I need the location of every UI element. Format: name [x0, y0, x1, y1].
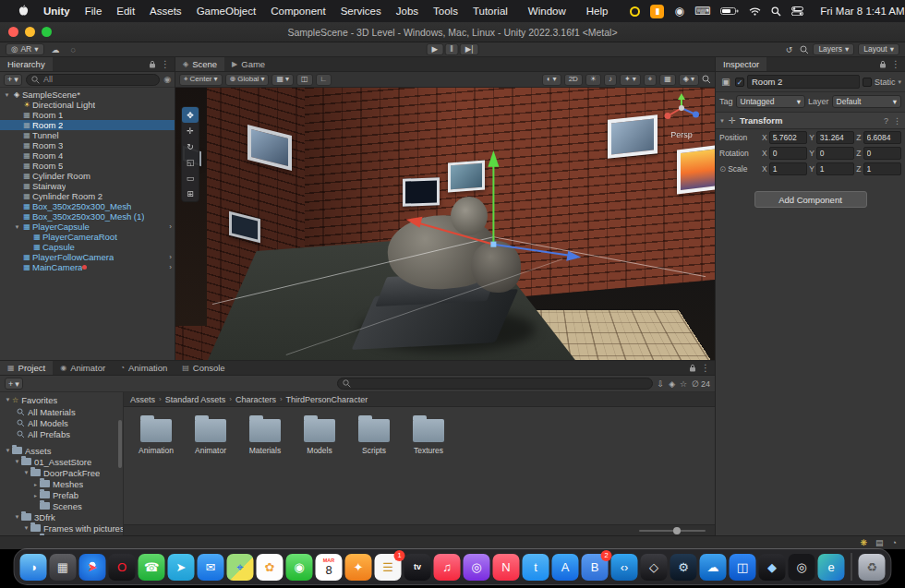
- static-dropdown-icon[interactable]: ▾: [898, 78, 901, 86]
- tree-folder-row[interactable]: ▸ Meshes: [0, 478, 123, 489]
- audio-toggle-icon[interactable]: ♪: [604, 74, 617, 86]
- menubar-item[interactable]: Assets: [142, 6, 189, 17]
- rotation-z-field[interactable]: [863, 147, 901, 160]
- hierarchy-row[interactable]: ▦ PlayerFollowCamera ›: [0, 252, 175, 262]
- gameobject-name-field[interactable]: Room 2: [747, 75, 860, 89]
- asset-folder[interactable]: Animator: [187, 414, 234, 455]
- dock-icon-safari[interactable]: ➤: [79, 554, 106, 581]
- 2d-toggle[interactable]: 2D: [564, 74, 583, 86]
- search-by-type-icon[interactable]: ◈: [669, 379, 675, 389]
- hierarchy-row[interactable]: ▦ PlayerCameraRoot: [0, 232, 175, 242]
- scene-visibility-icon[interactable]: ◉: [163, 75, 171, 84]
- add-component-button[interactable]: Add Component: [754, 191, 867, 208]
- mic-indicator-icon[interactable]: ▮: [650, 5, 664, 18]
- menubar-item[interactable]: Edit: [109, 6, 142, 17]
- control-center-icon[interactable]: [791, 6, 803, 16]
- prefab-open-chevron[interactable]: ›: [169, 253, 172, 261]
- gizmos-dropdown[interactable]: ◈▾: [679, 74, 699, 86]
- inspector-menu-icon[interactable]: ⋮: [891, 59, 900, 69]
- lock-icon[interactable]: [149, 60, 156, 68]
- tree-folder-row[interactable]: Materials: [0, 534, 123, 535]
- favorite-item[interactable]: All Models: [0, 417, 123, 428]
- dock-icon-podcasts[interactable]: ◎: [464, 554, 490, 581]
- scale-tool[interactable]: ◱: [182, 154, 199, 170]
- menubar-clock[interactable]: Fri Mar 8 1:41 AM: [814, 6, 904, 17]
- draw-mode-dropdown[interactable]: ◐▾: [542, 74, 561, 86]
- asset-folder[interactable]: Animation: [133, 414, 179, 455]
- static-checkbox[interactable]: [863, 78, 872, 87]
- console-status-icon[interactable]: ▤: [875, 538, 884, 547]
- ar-device-dropdown[interactable]: ◎ AR ▾: [6, 43, 44, 55]
- rotation-x-field[interactable]: [769, 147, 807, 160]
- dock-icon-facetime[interactable]: ◉: [286, 554, 313, 581]
- menubar-item[interactable]: Tools: [426, 6, 465, 17]
- dock-icon-twitter[interactable]: t: [523, 554, 549, 581]
- dock-icon-news[interactable]: N: [493, 554, 520, 581]
- breadcrumb-item[interactable]: Standard Assets: [165, 395, 226, 404]
- zoom-button[interactable]: [42, 27, 52, 37]
- hierarchy-row[interactable]: ▦ Box_350x250x300_Mesh: [0, 201, 175, 211]
- position-z-field[interactable]: [863, 131, 901, 144]
- component-menu-icon[interactable]: ⋮: [893, 116, 901, 126]
- grid-snap-dropdown[interactable]: ▦▾: [272, 74, 294, 86]
- active-checkbox[interactable]: ✓: [735, 78, 744, 87]
- tab-animator[interactable]: ◉Animator: [53, 361, 113, 375]
- hierarchy-row[interactable]: ▼ ◈ SampleScene*: [0, 90, 175, 100]
- scale-y-field[interactable]: [816, 162, 854, 175]
- layout-dropdown[interactable]: Layout▾: [858, 43, 899, 55]
- scale-link-icon[interactable]: ⊙: [719, 164, 726, 174]
- pivot-dropdown[interactable]: ⌖Center▾: [179, 74, 223, 86]
- orientation-dropdown[interactable]: ⊕Global▾: [225, 74, 270, 86]
- hierarchy-row[interactable]: ▦ Room 4: [0, 150, 175, 161]
- menubar-item[interactable]: GameObject: [189, 6, 264, 17]
- minimize-button[interactable]: [25, 27, 35, 37]
- favorites-header[interactable]: ▼ ☆ Favorites: [0, 394, 123, 405]
- status-ring-icon[interactable]: [630, 6, 640, 17]
- play-button[interactable]: ▶: [427, 43, 444, 55]
- tree-arrow-icon[interactable]: ▸: [31, 492, 40, 498]
- battery-icon[interactable]: [720, 6, 739, 16]
- hierarchy-row[interactable]: ▦ Room 5: [0, 161, 175, 171]
- hierarchy-add-button[interactable]: +▾: [4, 74, 22, 86]
- layers-dropdown[interactable]: Layers▾: [813, 43, 854, 55]
- hierarchy-row[interactable]: ▦ Room 2: [0, 120, 175, 130]
- hierarchy-row[interactable]: ☀ Directional Light: [0, 100, 175, 110]
- orientation-gizmo[interactable]: Persp: [656, 91, 707, 139]
- asset-folder[interactable]: Models: [296, 414, 343, 455]
- menubar-app-name[interactable]: Unity: [36, 6, 78, 17]
- tree-folder-row[interactable]: ▼ 3Dfrk: [0, 511, 123, 522]
- hierarchy-row[interactable]: ▦ Capsule: [0, 242, 175, 252]
- menubar-item[interactable]: Component: [263, 6, 332, 17]
- controller-icon[interactable]: ◉: [674, 5, 683, 18]
- transform-component-header[interactable]: ▼ ✛ Transform ? ⋮: [716, 113, 905, 129]
- tab-animation[interactable]: ◔Animation: [113, 361, 175, 375]
- project-add-button[interactable]: +▾: [5, 378, 23, 390]
- dock-icon-onedrive[interactable]: ☁: [700, 554, 727, 581]
- dock-icon-whatsapp[interactable]: ☎: [139, 554, 165, 581]
- tree-folder-row[interactable]: ▼ 01_AssetStore: [0, 456, 123, 467]
- tree-arrow-icon[interactable]: ▼: [22, 470, 30, 475]
- hierarchy-row[interactable]: ▦ Box_350x250x300_Mesh (1): [0, 211, 175, 222]
- collab-target-icon[interactable]: ◌: [67, 43, 79, 55]
- rotate-tool[interactable]: ↻: [182, 138, 199, 154]
- keyboard-icon[interactable]: ⌨: [694, 5, 710, 18]
- tab-scene[interactable]: ◈ Scene: [175, 57, 224, 71]
- dock-icon-obs[interactable]: ◎: [789, 554, 815, 581]
- layer-dropdown[interactable]: Default▾: [832, 95, 901, 108]
- undo-history-icon[interactable]: ↺: [782, 43, 797, 55]
- close-button[interactable]: [8, 27, 18, 37]
- hierarchy-row[interactable]: ▦ Room 1: [0, 110, 175, 120]
- prefab-open-chevron[interactable]: ›: [169, 222, 172, 231]
- grid-visibility-icon[interactable]: ▦: [659, 74, 676, 86]
- dock-icon-finder[interactable]: ◑: [20, 554, 47, 581]
- hidden-packages-count[interactable]: ∅ 24: [692, 379, 710, 389]
- tree-folder-row[interactable]: Scenes: [0, 500, 123, 511]
- dock-icon-rider[interactable]: ✦: [345, 554, 372, 581]
- project-search-input[interactable]: [337, 378, 653, 390]
- tree-arrow-icon[interactable]: ▼: [13, 514, 21, 520]
- dock-icon-edge[interactable]: e: [818, 554, 845, 581]
- dock-icon-vk[interactable]: B2: [582, 554, 609, 581]
- tab-project[interactable]: ▦Project: [0, 361, 53, 375]
- dock-icon-unity-hub[interactable]: ◆: [759, 554, 786, 581]
- tree-folder-row[interactable]: ▸ Prefab: [0, 489, 123, 500]
